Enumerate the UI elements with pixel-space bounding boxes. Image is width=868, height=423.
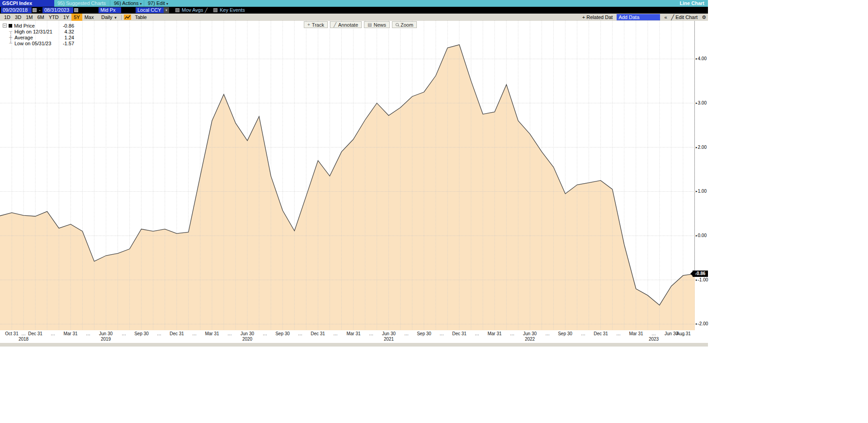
average-value: 1.24	[65, 35, 74, 40]
y-tick-arrow-icon: ▸	[696, 234, 698, 237]
annotate-label: Annotate	[338, 22, 358, 28]
x-tick-label: Mar 31	[487, 331, 501, 336]
frequency-selector[interactable]: Daily ▼	[99, 14, 119, 20]
low-marker-icon: ┴	[9, 41, 13, 46]
chart-plot-area[interactable]	[0, 21, 695, 330]
x-tick-label: Jun 30	[241, 331, 254, 336]
x-axis-ellipsis: …	[475, 331, 479, 336]
x-tick-label: Jun 30	[99, 331, 113, 336]
chevron-down-icon: ▾	[166, 2, 168, 6]
chart-toolbar: + Track ╱ Annotate ▤ News Zoom	[304, 21, 417, 28]
x-tick-label: Mar 31	[63, 331, 77, 336]
y-tick-arrow-icon: ▸	[696, 322, 698, 325]
news-button[interactable]: ▤ News	[364, 21, 390, 28]
frequency-label: Daily	[101, 14, 112, 20]
security-field[interactable]: GSCPI Index	[0, 0, 54, 7]
settings-bar: 09/20/2018 - 08/31/2023 Mid Px Local CCY…	[0, 7, 708, 14]
news-icon: ▤	[368, 23, 372, 27]
currency-selector[interactable]: Local CCY	[136, 7, 164, 13]
x-axis-ellipsis: …	[157, 331, 161, 336]
calendar-icon[interactable]	[33, 8, 37, 12]
annotate-button[interactable]: ╱ Annotate	[330, 21, 362, 28]
x-tick-label: Dec 31	[170, 331, 184, 336]
series-label: Mid Price	[14, 23, 35, 29]
x-axis-ellipsis: …	[263, 331, 267, 336]
start-date-field[interactable]: 09/20/2018	[1, 7, 32, 13]
series-value: -0.86	[63, 23, 74, 29]
collapse-button[interactable]: «	[664, 14, 667, 20]
x-axis-ellipsis: …	[227, 331, 232, 336]
chevron-down-icon: ▾	[140, 2, 142, 6]
legend-row-high: ┬ High on 12/31/21 4.32	[3, 29, 74, 34]
legend-row-low: ┴ Low on 05/31/23 -1.57	[3, 40, 74, 46]
range-button-6m[interactable]: 6M	[35, 14, 46, 21]
x-tick-label: Mar 31	[346, 331, 360, 336]
zoom-button[interactable]: Zoom	[392, 21, 417, 28]
range-bar-right-group: + Related Dat Add Data « ╱ Edit Chart ⚙	[582, 14, 706, 21]
x-axis-ellipsis: …	[369, 331, 373, 336]
average-marker-icon: ┼	[9, 35, 13, 40]
x-tick-label: Jun 30	[382, 331, 396, 336]
actions-menu-button[interactable]: 96) Actions ▾	[110, 0, 146, 7]
x-tick-label: Oct 31	[5, 331, 18, 336]
x-tick-label: Mar 31	[205, 331, 219, 336]
edit-chart-label: Edit Chart	[675, 14, 698, 20]
related-data-button[interactable]: + Related Dat	[582, 14, 613, 20]
legend-row-average: ┼ Average 1.24	[3, 34, 74, 40]
y-axis: ▸4.00▸3.00▸2.00▸1.00▸0.00▸-1.00▸-2.00	[696, 21, 708, 331]
annotate-pencil-icon: ╱	[334, 23, 336, 27]
y-tick-arrow-icon: ▸	[696, 57, 698, 60]
range-button-ytd[interactable]: YTD	[47, 14, 61, 21]
x-year-label: 2022	[525, 337, 535, 342]
price-field-selector[interactable]: Mid Px	[99, 7, 121, 13]
area-fill	[0, 45, 695, 330]
x-axis-ellipsis: …	[616, 331, 621, 336]
gear-icon[interactable]: ⚙	[702, 14, 706, 20]
y-tick-arrow-icon: ▸	[696, 278, 698, 281]
y-axis-label: ▸2.00	[696, 145, 707, 150]
mov-avgs-edit-pencil-icon[interactable]: ╱	[205, 7, 208, 14]
x-tick-label: Sep 30	[558, 331, 572, 336]
legend-expander-icon[interactable]: −	[3, 24, 7, 28]
x-axis-ellipsis: …	[545, 331, 550, 336]
x-year-label: 2019	[101, 337, 111, 342]
calendar-icon[interactable]	[74, 8, 78, 12]
x-axis-ellipsis: …	[333, 331, 338, 336]
x-axis-ellipsis: …	[439, 331, 444, 336]
legend-row-mid-price[interactable]: − Mid Price -0.86	[3, 23, 74, 29]
y-tick-arrow-icon: ▸	[696, 101, 698, 105]
zoom-magnifier-icon	[396, 23, 399, 26]
track-label: Track	[312, 22, 324, 28]
x-tick-label: Aug 31	[676, 331, 691, 336]
x-tick-label: Sep 30	[417, 331, 431, 336]
edit-chart-button[interactable]: ╱ Edit Chart	[671, 14, 698, 20]
range-button-5y[interactable]: 5Y	[71, 14, 82, 21]
chart-plot[interactable]	[0, 21, 695, 330]
edit-menu-button[interactable]: 97) Edit ▾	[144, 0, 172, 7]
suggested-charts-button[interactable]: 95) Suggested Charts	[57, 0, 106, 7]
high-value: 4.32	[65, 29, 74, 34]
chart-type-icon[interactable]	[124, 14, 131, 20]
separator	[121, 15, 122, 20]
currency-dropdown-icon[interactable]: ▾	[164, 7, 169, 13]
y-axis-label: ▸-2.00	[696, 321, 708, 326]
range-button-1y[interactable]: 1Y	[61, 14, 71, 21]
range-button-max[interactable]: Max	[82, 14, 96, 21]
add-data-field[interactable]: Add Data	[617, 14, 660, 20]
edit-label: 97) Edit	[148, 0, 165, 6]
x-tick-label: Dec 31	[28, 331, 42, 336]
track-button[interactable]: + Track	[304, 21, 328, 28]
range-button-3d[interactable]: 3D	[13, 14, 24, 21]
table-button[interactable]: Table	[135, 14, 146, 20]
average-label: Average	[14, 35, 33, 40]
chart-type-label: Line Chart	[680, 0, 704, 7]
chart-legend[interactable]: − Mid Price -0.86 ┬ High on 12/31/21 4.3…	[3, 23, 74, 46]
range-button-1m[interactable]: 1M	[24, 14, 35, 21]
key-events-label[interactable]: Key Events	[220, 7, 245, 14]
range-button-1d[interactable]: 1D	[2, 14, 13, 21]
end-date-field[interactable]: 08/31/2023	[42, 7, 73, 13]
mov-avgs-checkbox[interactable]	[175, 8, 179, 12]
mov-avgs-label[interactable]: Mov Avgs	[182, 7, 203, 14]
key-events-checkbox[interactable]	[213, 8, 217, 12]
y-axis-label: ▸-1.00	[696, 277, 708, 282]
